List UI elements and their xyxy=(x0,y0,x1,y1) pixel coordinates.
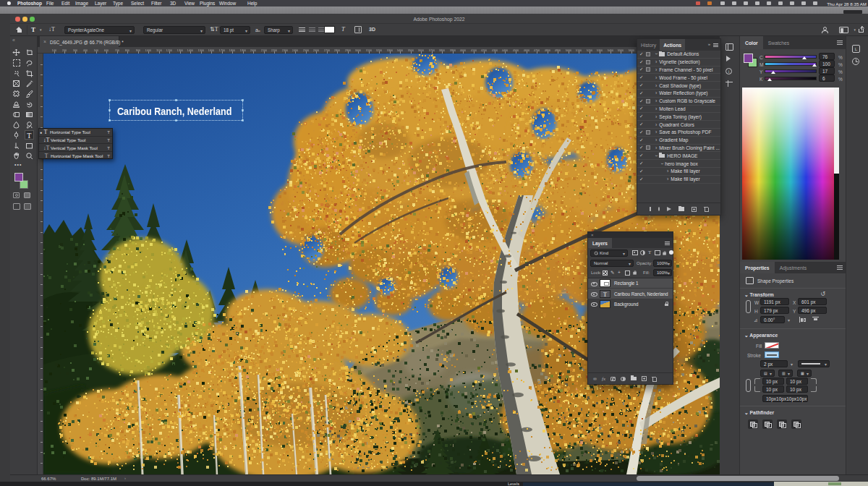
svg-text:T: T xyxy=(27,132,31,140)
